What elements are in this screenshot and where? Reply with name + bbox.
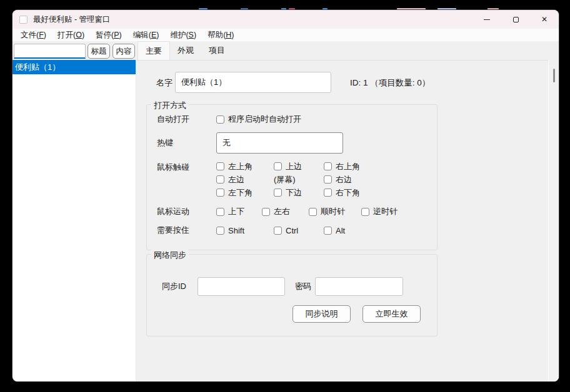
checkbox-icon xyxy=(216,115,224,124)
menu-item-open[interactable]: 打开(O) xyxy=(52,29,90,41)
menu-item-maintain[interactable]: 维护(S) xyxy=(164,29,202,41)
checkbox-clockwise[interactable]: 顺时针 xyxy=(309,206,361,217)
checkbox-bottom-edge[interactable]: 下边 xyxy=(274,187,324,198)
titlebar[interactable]: 最好便利贴 - 管理窗口 ✕ xyxy=(12,10,559,29)
toolbar: 标题 内容 xyxy=(12,41,136,60)
maximize-icon xyxy=(513,17,519,22)
auto-open-label: 自动打开 xyxy=(157,114,216,125)
tab-strip: 主要 外观 项目 xyxy=(136,41,559,60)
checkbox-top-right-corner[interactable]: 右上角 xyxy=(324,161,360,172)
checkbox-auto-open[interactable]: 程序启动时自动打开 xyxy=(216,114,301,125)
app-window: 最好便利贴 - 管理窗口 ✕ 文件(F) 打开(O) 暂停(P) 编辑(E) 维… xyxy=(12,10,559,381)
sync-id-input[interactable] xyxy=(198,277,285,296)
list-item-note[interactable]: 便利贴（1） xyxy=(12,60,136,74)
filter-title-button[interactable]: 标题 xyxy=(88,44,110,59)
desktop-background: 最好便利贴 - 管理窗口 ✕ 文件(F) 打开(O) 暂停(P) 编辑(E) 维… xyxy=(0,0,570,392)
checkbox-icon xyxy=(274,189,282,197)
checkbox-icon xyxy=(324,175,332,184)
sync-credentials-row: 同步ID 密码 xyxy=(162,277,432,296)
auto-open-row: 自动打开 程序启动时自动打开 xyxy=(157,114,432,125)
scrollbar-thumb[interactable] xyxy=(553,69,555,82)
checkbox-shift[interactable]: Shift xyxy=(216,226,274,235)
hotkey-label: 热键 xyxy=(157,137,216,149)
mouse-motion-row: 鼠标运动 上下 左右 顺时针 逆时针 xyxy=(157,206,432,217)
checkbox-up-down[interactable]: 上下 xyxy=(216,206,262,217)
close-icon: ✕ xyxy=(541,15,548,24)
window-title: 最好便利贴 - 管理窗口 xyxy=(33,14,111,25)
mouse-motion-label: 鼠标运动 xyxy=(157,206,216,217)
tab-appearance[interactable]: 外观 xyxy=(170,41,201,60)
checkbox-icon xyxy=(216,189,224,197)
open-method-group: 打开方式 自动打开 程序启动时自动打开 热键 无 鼠标触碰 xyxy=(146,104,438,250)
main-tab-panel: 名字 便利贴（1） ID: 1 （项目数量: 0） 打开方式 自动打开 程序启动… xyxy=(136,60,559,381)
hotkey-row: 热键 无 xyxy=(157,132,432,154)
checkbox-icon xyxy=(309,208,317,216)
checkbox-left-edge[interactable]: 左边 xyxy=(216,174,274,185)
close-button[interactable]: ✕ xyxy=(530,10,559,29)
menu-item-pause[interactable]: 暂停(P) xyxy=(90,29,128,41)
content-area: 主要 外观 项目 名字 便利贴（1） ID: 1 （项目数量: 0） 打开方式 … xyxy=(136,41,559,381)
app-icon xyxy=(19,16,28,24)
checkbox-icon xyxy=(274,227,282,235)
checkbox-right-edge[interactable]: 右边 xyxy=(324,174,360,185)
checkbox-icon xyxy=(324,189,332,197)
checkbox-top-edge[interactable]: 上边 xyxy=(274,161,324,172)
checkbox-icon xyxy=(274,162,282,170)
mouse-touch-row: 鼠标触碰 左上角 上边 右上角 左边 (屏幕) 右边 xyxy=(157,160,432,199)
minimize-button[interactable] xyxy=(472,10,501,29)
checkbox-bottom-left-corner[interactable]: 左下角 xyxy=(216,187,274,198)
sync-id-label: 同步ID xyxy=(162,281,198,292)
filter-content-button[interactable]: 内容 xyxy=(112,44,135,59)
hotkey-input[interactable]: 无 xyxy=(216,132,343,154)
checkbox-counterclockwise[interactable]: 逆时针 xyxy=(361,206,398,217)
password-label: 密码 xyxy=(295,281,315,292)
maximize-button[interactable] xyxy=(501,10,530,29)
name-input[interactable]: 便利贴（1） xyxy=(175,72,331,93)
checkbox-icon xyxy=(324,162,332,170)
checkbox-left-right[interactable]: 左右 xyxy=(262,206,309,217)
open-method-group-title: 打开方式 xyxy=(151,100,189,111)
mouse-touch-label: 鼠标触碰 xyxy=(157,160,216,173)
note-id-text: ID: 1 （项目数量: 0） xyxy=(350,77,430,89)
checkbox-ctrl[interactable]: Ctrl xyxy=(274,226,324,235)
modifier-row: 需要按住 Shift Ctrl Alt xyxy=(157,225,432,236)
minimize-icon xyxy=(484,19,490,20)
checkbox-top-left-corner[interactable]: 左上角 xyxy=(216,161,274,172)
checkbox-alt[interactable]: Alt xyxy=(324,226,432,235)
window-controls: ✕ xyxy=(472,10,559,29)
checkbox-icon xyxy=(216,208,224,216)
menu-item-file[interactable]: 文件(F) xyxy=(15,29,52,41)
password-input[interactable] xyxy=(315,277,403,296)
network-sync-group-title: 网络同步 xyxy=(151,250,189,261)
screen-center-label: (屏幕) xyxy=(274,174,324,185)
checkbox-bottom-right-corner[interactable]: 右下角 xyxy=(324,187,360,198)
menu-item-edit[interactable]: 编辑(E) xyxy=(128,29,165,41)
checkbox-icon xyxy=(216,227,224,235)
sync-help-button[interactable]: 同步说明 xyxy=(292,305,351,323)
checkbox-icon xyxy=(216,175,224,184)
checkbox-icon xyxy=(216,162,224,170)
modifier-label: 需要按住 xyxy=(157,225,216,236)
mouse-touch-grid: 左上角 上边 右上角 左边 (屏幕) 右边 左下角 下边 xyxy=(216,160,360,199)
checkbox-icon xyxy=(361,208,369,216)
search-input[interactable] xyxy=(14,44,86,59)
tab-items[interactable]: 项目 xyxy=(201,41,232,60)
checkbox-icon xyxy=(262,208,270,216)
name-label: 名字 xyxy=(156,77,172,89)
checkbox-icon xyxy=(324,227,332,235)
menu-bar: 文件(F) 打开(O) 暂停(P) 编辑(E) 维护(S) 帮助(H) xyxy=(12,29,559,41)
menu-item-help[interactable]: 帮助(H) xyxy=(202,29,239,41)
network-sync-group: 网络同步 同步ID 密码 同步说明 立即生效 xyxy=(146,254,438,336)
apply-now-button[interactable]: 立即生效 xyxy=(362,305,421,323)
scrollbar[interactable] xyxy=(548,60,559,381)
notes-list[interactable]: 便利贴（1） xyxy=(12,60,136,381)
tab-main[interactable]: 主要 xyxy=(138,41,170,60)
